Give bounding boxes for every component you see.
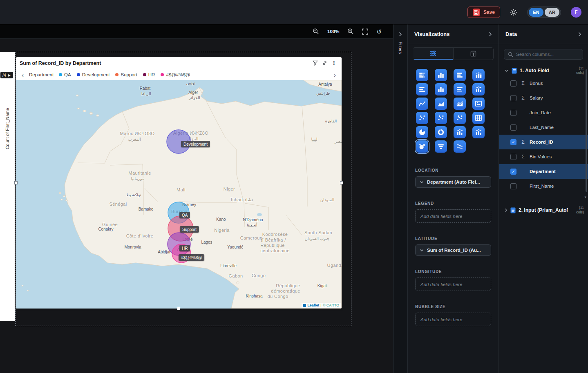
search-icon (508, 52, 513, 57)
legend-item[interactable]: Development (77, 72, 110, 77)
stacked-area-icon[interactable] (454, 98, 466, 110)
line-chart-icon[interactable] (416, 98, 428, 110)
funnel-chart-icon[interactable] (435, 140, 447, 153)
visualizations-panel: Visualizations LOCATIONDepartment (Auto … (408, 24, 499, 373)
filters-panel-collapsed[interactable]: Filters (393, 24, 408, 373)
stacked-bar-icon[interactable] (454, 69, 466, 81)
location-field-dropdown[interactable]: Department (Auto Fiel... (415, 176, 491, 188)
latitude-field-value: Sum of Record_ID (Au... (427, 248, 481, 253)
field-label: Last_Name (530, 125, 554, 130)
latitude-label: LATITUDE (415, 236, 491, 241)
reset-zoom-icon[interactable]: ↺ (376, 29, 382, 35)
pareto-chart-icon[interactable] (472, 126, 485, 138)
save-button[interactable]: Save (467, 7, 500, 18)
resize-handle-bottom[interactable] (177, 307, 180, 310)
field-row-salary[interactable]: ΣSalary (499, 91, 588, 105)
field-label: First_Name (530, 184, 554, 189)
collapse-group-icon[interactable] (505, 69, 509, 72)
legend-prev-icon[interactable]: ‹ (22, 72, 24, 78)
bubble-label-chip: #$@#%$@ (179, 254, 204, 261)
field-row-bonus[interactable]: ΣBonus (499, 76, 588, 91)
lang-en-button[interactable]: EN (529, 8, 543, 17)
bubble-size-drop-zone[interactable]: Add data fields here (415, 313, 491, 326)
zoom-out-icon[interactable] (313, 28, 319, 35)
tab-chart-settings[interactable] (413, 48, 453, 60)
expand-icon[interactable] (322, 60, 327, 66)
map[interactable]: AntalyaتونسطرابلسRabatالرباطAlgerالجزائر… (16, 80, 342, 309)
area-chart-icon[interactable] (435, 98, 447, 110)
field-row-record_id[interactable]: ✓ΣRecord_ID (499, 135, 588, 149)
collapse-data-icon[interactable] (578, 32, 581, 37)
dot-plot-icon[interactable] (454, 112, 466, 124)
legend-item[interactable]: QA (59, 72, 71, 77)
canvas-toolbar: 100% ↺ (0, 24, 393, 39)
dashboard-canvas[interactable]: Count of First_Name /4 ▶ Sum of Record_I… (0, 39, 393, 373)
longitude-drop-zone[interactable]: Add data fields here (415, 278, 491, 291)
search-input[interactable] (516, 52, 579, 57)
field-checkbox[interactable]: ✓ (510, 169, 516, 175)
field-row-department[interactable]: ✓Department (499, 164, 588, 179)
stacked-column-icon[interactable] (472, 69, 485, 81)
collapse-visualizations-icon[interactable] (489, 32, 492, 37)
scrollbar[interactable] (586, 69, 587, 192)
field-checkbox[interactable] (510, 95, 516, 101)
field-checkbox[interactable] (510, 154, 516, 160)
scatter-plot-icon[interactable] (416, 112, 428, 124)
longitude-placeholder: Add data fields here (420, 282, 462, 287)
donut-chart-icon[interactable] (435, 126, 447, 138)
scroll-down-icon[interactable]: ▾ (584, 195, 586, 199)
field-row-join_date[interactable]: Join_Date (499, 105, 588, 120)
bubble-map-icon[interactable] (416, 140, 428, 153)
search-columns[interactable] (504, 49, 583, 60)
field-checkbox[interactable] (510, 124, 516, 131)
table-icon[interactable] (472, 112, 485, 124)
expand-group-icon[interactable] (505, 208, 508, 212)
legend-item[interactable]: #$@#%$@ (161, 72, 190, 77)
stacked-bar-h-icon[interactable] (416, 69, 428, 81)
field-row-last_name[interactable]: Last_Name (499, 120, 588, 135)
expand-filters-icon[interactable] (399, 32, 402, 37)
field-label: Bonus (530, 81, 543, 86)
sankey-chart-icon[interactable] (454, 140, 466, 153)
histogram-icon[interactable] (454, 126, 466, 138)
next-page-icon[interactable]: ▶ (8, 73, 11, 77)
scatter-matrix-icon[interactable] (435, 112, 447, 124)
carto-link[interactable]: © CARTO (323, 303, 339, 307)
legend-next-icon[interactable]: › (334, 72, 336, 78)
resize-handle-right[interactable] (340, 181, 343, 184)
grouped-column-icon[interactable] (435, 69, 447, 81)
more-options-icon[interactable]: ⋮ (331, 60, 337, 66)
bar-line-combo-icon[interactable] (472, 83, 485, 95)
column-chart-icon[interactable] (435, 83, 447, 95)
field-checkbox[interactable] (510, 110, 516, 116)
leaflet-link[interactable]: Leaflet (307, 303, 319, 307)
avatar[interactable]: F (571, 7, 581, 18)
latitude-field-dropdown[interactable]: Sum of Record_ID (Au... (415, 244, 491, 256)
field-checkbox[interactable] (510, 80, 516, 87)
zoom-in-icon[interactable] (347, 28, 354, 35)
field-checkbox[interactable]: ✓ (510, 139, 516, 145)
field-checkbox[interactable] (510, 183, 516, 189)
legend-item[interactable]: Support (115, 72, 137, 77)
dataset-group[interactable]: 2. Input (Prism_AutoFiel...(11 cols) (499, 202, 588, 218)
lang-ar-button[interactable]: AR (545, 8, 559, 17)
resize-handle-left[interactable] (14, 181, 18, 184)
image-area-icon[interactable] (472, 98, 485, 110)
location-field-value: Department (Auto Fiel... (427, 180, 480, 184)
bar-chart-icon[interactable] (416, 83, 428, 95)
sigma-icon: Σ (520, 154, 526, 160)
dataset-group[interactable]: 1. Auto Field(11 cols) (499, 65, 588, 76)
brightness-icon[interactable] (510, 9, 517, 16)
page-indicator[interactable]: /4 ▶ (0, 72, 13, 78)
map-widget[interactable]: Sum of Record_ID by Department ⋮ ‹ Depar… (16, 57, 342, 309)
legend-drop-zone[interactable]: Add data fields here (415, 209, 491, 223)
filter-icon[interactable] (313, 60, 318, 66)
fullscreen-icon[interactable] (362, 29, 368, 35)
pie-chart-icon[interactable] (416, 126, 428, 138)
tab-format[interactable] (453, 48, 494, 60)
legend-label: Development (82, 72, 110, 77)
legend-item[interactable]: HR (143, 72, 155, 77)
line-list-icon[interactable] (454, 83, 466, 95)
field-row-bin-values[interactable]: ΣBin Values (499, 149, 588, 164)
field-row-first_name[interactable]: First_Name (499, 179, 588, 193)
